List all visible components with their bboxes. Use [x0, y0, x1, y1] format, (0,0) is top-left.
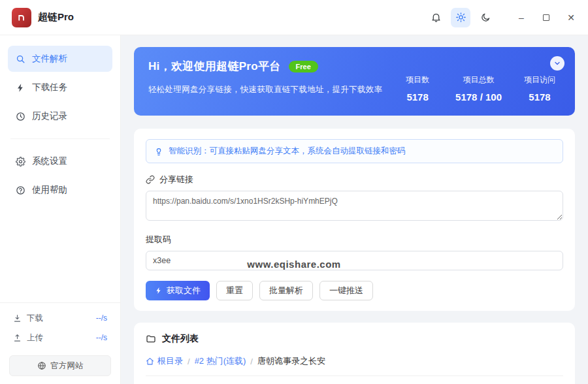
minimize-button[interactable]: – [516, 12, 527, 23]
history-clock-icon [16, 112, 25, 121]
sidebar: 文件解析 下载任务 历史记录 系统设置 使用帮助 下载 --/s [0, 35, 121, 384]
globe-icon [37, 361, 46, 370]
home-icon [146, 357, 154, 366]
fetch-files-button[interactable]: 获取文件 [146, 281, 210, 300]
breadcrumb-current: 唐朝诡事录之长安 [257, 355, 325, 367]
sidebar-item-history[interactable]: 历史记录 [8, 103, 112, 129]
folder-icon [146, 334, 156, 344]
lightning-icon [16, 83, 25, 93]
code-label-row: 提取码 [146, 234, 563, 246]
flash-icon [155, 287, 163, 295]
share-link-label-row: 分享链接 [146, 174, 563, 185]
banner-left: Hi，欢迎使用超链Pro平台 Free 轻松处理网盘分享链接，快速获取直链下载地… [148, 59, 382, 104]
reset-button[interactable]: 重置 [216, 281, 253, 300]
code-label: 提取码 [146, 234, 171, 246]
parser-actions: 获取文件 重置 批量解析 一键推送 [146, 281, 563, 300]
share-link-input[interactable]: https://pan.baidu.com/s/1xno1HSr2kSHp-hi… [146, 191, 563, 221]
bell-icon[interactable] [426, 8, 446, 27]
sidebar-item-help[interactable]: 使用帮助 [8, 177, 112, 203]
free-badge: Free [289, 61, 318, 72]
download-arrow-icon [13, 314, 22, 323]
parser-card: 智能识别：可直接粘贴网盘分享文本，系统会自动提取链接和密码 分享链接 https… [134, 129, 575, 311]
breadcrumb-root[interactable]: 根目录 [146, 355, 183, 367]
sidebar-item-label: 系统设置 [32, 155, 67, 167]
stat-project-total: 项目总数 5178 / 100 [455, 74, 502, 103]
download-speed-row: 下载 --/s [13, 308, 107, 328]
banner-stats: 项目数 5178 项目总数 5178 / 100 项目访问 5178 [400, 74, 561, 103]
chevron-down-icon [553, 59, 561, 67]
stat-project-visits: 项目访问 5178 [523, 74, 557, 103]
smart-detect-tip: 智能识别：可直接粘贴网盘分享文本，系统会自动提取链接和密码 [146, 139, 563, 163]
extract-code-input[interactable] [146, 251, 563, 270]
welcome-banner: Hi，欢迎使用超链Pro平台 Free 轻松处理网盘分享链接，快速获取直链下载地… [134, 47, 575, 116]
sidebar-divider [10, 138, 110, 139]
watermark-text: www.eqishare.com [247, 259, 340, 270]
upload-speed-row: 上传 --/s [13, 328, 107, 347]
banner-title: Hi，欢迎使用超链Pro平台 [148, 59, 281, 74]
sidebar-item-settings[interactable]: 系统设置 [8, 148, 112, 174]
sidebar-item-label: 使用帮助 [32, 184, 67, 196]
stat-project-count: 项目数 5178 [400, 74, 434, 103]
upload-arrow-icon [13, 334, 22, 342]
help-circle-icon [16, 185, 25, 195]
breadcrumb-separator: / [250, 357, 253, 366]
file-list-header: 文件列表 [146, 333, 563, 345]
file-list-card: 文件列表 根目录 / #2 热门(连载) / 唐朝诡事录之长安 文件名 大小 操… [134, 323, 575, 384]
sidebar-item-label: 历史记录 [32, 110, 67, 122]
official-website-button[interactable]: 官方网站 [9, 355, 111, 376]
search-icon [16, 54, 25, 64]
file-list-title: 文件列表 [162, 333, 199, 345]
main-content: Hi，欢迎使用超链Pro平台 Free 轻松处理网盘分享链接，快速获取直链下载地… [121, 35, 588, 384]
breadcrumb-separator: / [188, 357, 190, 366]
tip-title: 智能识别： [169, 146, 210, 155]
breadcrumb-folder[interactable]: #2 热门(连载) [195, 355, 246, 367]
app-logo-icon [12, 8, 31, 27]
banner-collapse-button[interactable] [550, 56, 564, 71]
sidebar-item-download-tasks[interactable]: 下载任务 [8, 74, 112, 101]
banner-subtitle: 轻松处理网盘分享链接，快速获取直链下载地址，提升下载效率 [148, 84, 382, 95]
upload-speed-value: --/s [96, 333, 107, 342]
close-button[interactable]: ✕ [566, 12, 576, 23]
breadcrumb: 根目录 / #2 热门(连载) / 唐朝诡事录之长安 [146, 355, 563, 367]
sidebar-item-file-parse[interactable]: 文件解析 [8, 46, 112, 72]
gear-icon [16, 157, 25, 167]
app-title: 超链Pro [38, 11, 74, 24]
share-link-label: 分享链接 [159, 174, 193, 185]
bulb-icon [154, 147, 163, 156]
tip-body: 可直接粘贴网盘分享文本，系统会自动提取链接和密码 [210, 146, 406, 155]
maximize-button[interactable] [541, 12, 551, 23]
window-controls: – ✕ [516, 12, 576, 23]
official-website-label: 官方网站 [51, 360, 84, 372]
titlebar: 超链Pro – ✕ [0, 0, 588, 35]
link-icon [146, 175, 155, 184]
speed-section: 下载 --/s 上传 --/s [0, 302, 120, 349]
download-speed-value: --/s [96, 313, 107, 323]
moon-icon[interactable] [476, 8, 495, 27]
one-click-push-button[interactable]: 一键推送 [319, 281, 373, 300]
table-divider [146, 376, 563, 376]
upload-speed-label: 上传 [27, 332, 43, 344]
sidebar-item-label: 文件解析 [32, 53, 67, 65]
sun-icon[interactable] [451, 8, 470, 27]
download-speed-label: 下载 [27, 313, 43, 324]
sidebar-item-label: 下载任务 [32, 82, 67, 93]
batch-parse-button[interactable]: 批量解析 [259, 281, 313, 300]
